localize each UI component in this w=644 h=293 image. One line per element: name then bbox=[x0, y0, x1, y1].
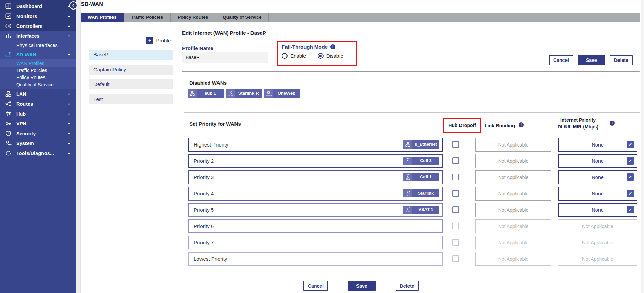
wan-chip-caption: VSAT bbox=[406, 211, 410, 213]
pencil-icon bbox=[628, 207, 633, 212]
internet-priority-info-icon[interactable]: i bbox=[610, 121, 615, 126]
cell-icon: CELL bbox=[403, 157, 412, 165]
sidebar-item-lan[interactable]: LAN bbox=[0, 89, 76, 99]
oneweb-icon: ONEWEB bbox=[264, 89, 273, 98]
tab-traffic-policies[interactable]: Traffic Policies bbox=[124, 13, 171, 22]
chevron-down-icon bbox=[67, 132, 71, 136]
sidebar-item-security[interactable]: Security bbox=[0, 128, 76, 138]
profile-list-item-default[interactable]: Default bbox=[89, 79, 173, 89]
sidebar-item-label: Interfaces bbox=[16, 33, 40, 39]
priority-row-label: Highest Priority bbox=[194, 138, 228, 151]
profile-list-item-test[interactable]: Test bbox=[89, 94, 173, 104]
profile-list-item-captain-policy[interactable]: Captain Policy bbox=[89, 65, 173, 75]
wan-chip-sub-1: sub 1 bbox=[188, 89, 224, 98]
edit-internet-priority-button[interactable] bbox=[627, 173, 634, 181]
sidebar-item-label: VPN bbox=[16, 121, 27, 126]
internet-priority-value[interactable]: None bbox=[558, 170, 637, 184]
hub-dropoff-checkbox[interactable] bbox=[452, 190, 459, 197]
radio-option-enable[interactable]: Enable bbox=[282, 53, 306, 59]
edit-internet-priority-button[interactable] bbox=[627, 206, 634, 213]
set-priority-label: Set Priority for WANs bbox=[189, 121, 241, 127]
priority-row-priority-2: Priority 2CELLCell 2 bbox=[188, 154, 443, 168]
link-bonding-value: Not Applicable bbox=[475, 252, 551, 266]
internet-priority-value[interactable]: None bbox=[558, 138, 637, 152]
internet-priority-value[interactable]: None bbox=[558, 154, 637, 168]
sidebar-item-dashboard[interactable]: Dashboard bbox=[0, 1, 76, 11]
save-button[interactable]: Save bbox=[578, 55, 605, 65]
tab-quality-of-service[interactable]: Quality of Service bbox=[215, 13, 269, 22]
sidebar-item-tools-diagnos[interactable]: Tools/Diagnos... bbox=[0, 148, 76, 158]
chevron-down-icon bbox=[67, 24, 71, 28]
wan-chip-label: Cell 1 bbox=[412, 173, 439, 181]
profile-list-item-basep[interactable]: BaseP bbox=[89, 50, 173, 60]
priority-row-label: Lowest Priority bbox=[194, 253, 227, 265]
delete-button[interactable]: Delete bbox=[396, 281, 419, 291]
wan-chip-label: Starlink bbox=[412, 189, 439, 197]
priority-row-lowest-priority: Lowest Priority bbox=[188, 252, 443, 266]
chevron-up-icon bbox=[67, 53, 71, 57]
sidebar-item-wan-profiles[interactable]: WAN Profiles bbox=[0, 59, 76, 67]
sidebar-item-controllers[interactable]: Controllers bbox=[0, 21, 76, 31]
edit-internet-priority-button[interactable] bbox=[627, 141, 634, 148]
sidebar-item-vpn[interactable]: VPN bbox=[0, 119, 76, 128]
link-bonding-info-icon[interactable]: i bbox=[519, 122, 524, 127]
fall-through-mode-highlight: Fall-Through Mode i EnableDisable bbox=[277, 41, 357, 66]
radio-option-disable[interactable]: Disable bbox=[318, 53, 343, 59]
profile-name-input[interactable] bbox=[182, 52, 268, 63]
save-button[interactable]: Save bbox=[348, 281, 376, 291]
add-profile-button[interactable]: + Profile bbox=[146, 37, 171, 44]
chevron-down-icon bbox=[67, 92, 71, 96]
tab-wan-profiles[interactable]: WAN Profiles bbox=[81, 13, 124, 22]
sidebar-item-sd-wan[interactable]: SD-WAN bbox=[0, 50, 76, 59]
radio-selected-icon bbox=[318, 53, 324, 59]
sidebar-item-hub[interactable]: Hub bbox=[0, 109, 76, 119]
internet-priority-value[interactable]: None bbox=[558, 203, 637, 217]
internet-priority-value[interactable]: None bbox=[558, 187, 637, 201]
wan-chip-caption: STARLINK-R bbox=[226, 95, 235, 97]
sidebar-item-traffic-policies[interactable]: Traffic Policies bbox=[0, 67, 76, 74]
hub-dropoff-checkbox[interactable] bbox=[452, 141, 459, 148]
priority-row-label: Priority 4 bbox=[194, 187, 214, 200]
tab-policy-routes[interactable]: Policy Routes bbox=[171, 13, 215, 22]
routes-icon bbox=[5, 101, 12, 107]
sidebar-item-label: WAN Profiles bbox=[16, 61, 45, 66]
edit-internet-priority-button[interactable] bbox=[627, 190, 634, 197]
sidebar-item-interfaces[interactable]: Interfaces bbox=[0, 31, 76, 41]
sidebar-item-quality-of-service[interactable]: Quality of Service bbox=[0, 81, 76, 88]
hub-dropoff-checkbox[interactable] bbox=[452, 174, 459, 180]
delete-button[interactable]: Delete bbox=[610, 55, 633, 65]
ethernet-icon bbox=[190, 91, 195, 96]
sidebar-section: DashboardMonitorsControllers bbox=[0, 0, 76, 31]
sidebar-item-routes[interactable]: Routes bbox=[0, 99, 76, 109]
info-icon[interactable]: i bbox=[330, 44, 335, 49]
cancel-button[interactable]: Cancel bbox=[303, 281, 328, 291]
page-scrollbar[interactable] bbox=[641, 0, 644, 293]
hub-dropoff-checkbox[interactable] bbox=[452, 157, 459, 164]
dashboard-icon bbox=[5, 3, 12, 10]
sidebar-item-monitors[interactable]: Monitors bbox=[0, 11, 76, 21]
sidebar-item-label: LAN bbox=[16, 91, 27, 97]
link-bonding-value: Not Applicable bbox=[475, 236, 551, 249]
hub-dropoff-checkbox[interactable] bbox=[452, 206, 459, 213]
oneweb-icon bbox=[266, 90, 271, 95]
chevron-down-icon bbox=[67, 102, 71, 106]
add-profile-label: Profile bbox=[156, 38, 171, 44]
disabled-wans-chips: sub 1STARLINK-RStarlink RONEWEBOneWeb bbox=[188, 89, 300, 98]
section-divider bbox=[182, 71, 640, 72]
wan-chip-label: sub 1 bbox=[197, 89, 224, 98]
hub-dropoff-checkbox bbox=[452, 239, 459, 246]
sidebar-collapse-button[interactable] bbox=[69, 1, 77, 10]
wan-chip-caption: CELL bbox=[406, 162, 410, 164]
sidebar-item-system[interactable]: System bbox=[0, 138, 76, 148]
starlink-icon: STARLINK-R bbox=[226, 89, 235, 98]
internet-priority-header: Internet Priority DL/UL MIR (Mbps) bbox=[553, 117, 604, 130]
pencil-icon bbox=[628, 158, 633, 163]
edit-internet-priority-button[interactable] bbox=[627, 157, 634, 165]
sidebar-item-policy-routes[interactable]: Policy Routes bbox=[0, 74, 76, 81]
hub-dropoff-checkbox bbox=[452, 223, 459, 229]
cancel-button[interactable]: Cancel bbox=[549, 55, 573, 65]
sidebar-item-label: Quality of Service bbox=[16, 82, 54, 87]
ethernet-icon bbox=[405, 142, 411, 147]
sidebar-scrollbar[interactable] bbox=[76, 0, 81, 293]
sidebar-item-physical-interfaces[interactable]: Physical Interfaces bbox=[0, 41, 76, 50]
